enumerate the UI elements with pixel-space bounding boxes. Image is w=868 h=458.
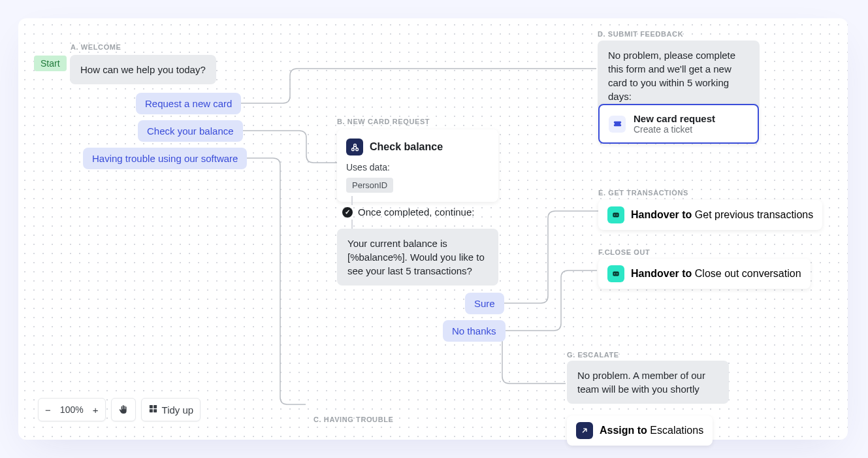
continue-row: Once completed, continue: [342,206,474,218]
option-request-card[interactable]: Request a new card [136,93,241,114]
svg-rect-6 [613,272,619,276]
svg-point-8 [617,273,618,274]
svg-point-4 [614,214,615,216]
zoom-controls: − 100% + [38,398,106,421]
zoom-in-button[interactable]: + [86,399,105,421]
personid-pill: PersonID [346,178,393,193]
bot-icon [607,206,624,223]
ticket-title: New card request [634,113,715,124]
handover-transactions[interactable]: Handover to Get previous transactions [598,200,822,230]
start-tag: Start [34,56,67,71]
assign-text: Assign to Escalations [600,425,703,436]
section-a-label: A. WELCOME [71,43,121,51]
canvas-toolbar: − 100% + Tidy up [38,398,201,421]
assign-icon [576,422,593,439]
check-balance-card[interactable]: Check balance Uses data: PersonID [337,129,498,202]
option-check-balance[interactable]: Check your balance [138,120,243,142]
new-card-ticket[interactable]: New card request Create a ticket [598,104,759,144]
hand-icon[interactable] [112,399,135,421]
continue-text: Once completed, continue: [358,206,474,218]
section-b-label: B. NEW CARD REQUEST [337,118,430,125]
zoom-out-button[interactable]: − [39,399,57,421]
section-f-label: F.CLOSE OUT [598,248,650,256]
section-g-label: G. ESCALATE [567,351,619,359]
handover-text: Handover to Get previous transactions [631,209,813,221]
tidy-up-button[interactable]: Tidy up [141,398,201,421]
ticket-subtitle: Create a ticket [634,124,715,135]
feedback-message[interactable]: No problem, please complete this form an… [598,41,760,111]
connector-stub [351,220,353,229]
zoom-value: 100% [57,404,86,415]
section-e-label: E. GET TRANSACTIONS [598,189,688,197]
uses-data-label: Uses data: [346,162,489,172]
connector-stub [351,196,353,205]
handover-text: Handover to Close out conversation [631,268,801,280]
option-having-trouble[interactable]: Having trouble using our software [83,148,247,169]
svg-rect-11 [149,409,152,412]
escalate-message[interactable]: No problem. A member of our team will be… [567,361,729,404]
webhook-icon [346,139,363,155]
tidy-label: Tidy up [162,404,194,416]
grid-icon [148,404,158,416]
bot-icon [607,265,624,282]
handover-closeout[interactable]: Handover to Close out conversation [598,259,811,289]
svg-point-5 [617,214,618,216]
option-no-thanks[interactable]: No thanks [443,320,506,342]
section-c-label: C. HAVING TROUBLE [313,416,393,423]
check-balance-title: Check balance [370,141,443,153]
ticket-icon [609,116,626,133]
svg-rect-10 [153,405,157,408]
option-sure[interactable]: Sure [465,293,504,314]
checkmark-icon [342,207,353,218]
svg-rect-3 [613,213,619,218]
assign-escalations[interactable]: Assign to Escalations [567,416,713,446]
svg-rect-9 [149,405,152,408]
pan-tool[interactable] [111,398,136,421]
svg-point-7 [614,273,615,274]
section-d-label: D. SUBMIT FEEDBACK [598,30,683,38]
flow-canvas[interactable]: A. WELCOME Start How can we help you tod… [18,18,848,440]
svg-rect-12 [153,409,157,412]
balance-response[interactable]: Your current balance is [%balance%]. Wou… [337,229,498,286]
welcome-message[interactable]: How can we help you today? [70,55,216,84]
